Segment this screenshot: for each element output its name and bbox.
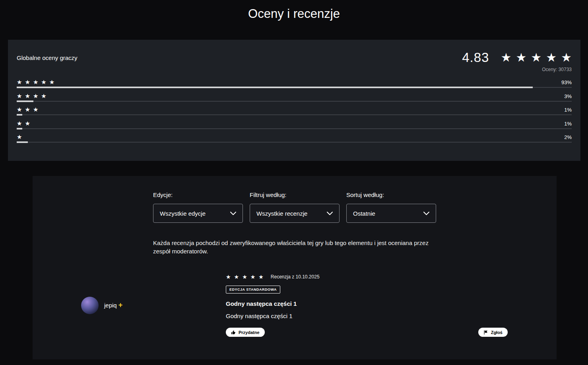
username: jepiq xyxy=(104,302,117,309)
rating-bar-fill xyxy=(17,114,22,116)
rating-bar xyxy=(17,142,572,143)
star-icon: ★ xyxy=(41,93,46,99)
chevron-down-icon xyxy=(423,212,429,215)
star-icon: ★ xyxy=(33,93,38,99)
rating-bar xyxy=(17,114,572,115)
ps-plus-icon: + xyxy=(118,301,123,309)
review-title: Godny następca części 1 xyxy=(226,300,508,307)
helpful-button-label: Przydatne xyxy=(239,330,260,335)
username-wrap: jepiq+ xyxy=(104,301,122,309)
filter-group-editions: Edycje: Wszystkie edycje xyxy=(153,191,243,223)
rating-percent: 93% xyxy=(561,79,572,85)
rating-bar xyxy=(17,101,572,102)
thumbs-up-icon xyxy=(231,330,236,335)
chevron-down-icon xyxy=(327,212,333,215)
filter-group-filter-by: Filtruj według: Wszystkie recenzje xyxy=(250,191,340,223)
editions-label: Edycje: xyxy=(153,191,243,198)
sort-by-dropdown-value: Ostatnie xyxy=(353,210,375,217)
star-icon: ★ xyxy=(17,120,22,127)
rating-row-stars: ★★ xyxy=(17,120,33,127)
rating-bar xyxy=(17,87,572,88)
sort-by-dropdown[interactable]: Ostatnie xyxy=(346,204,436,223)
review-date: Recenzja z 10.10.2025 xyxy=(271,274,320,280)
editions-dropdown[interactable]: Wszystkie edycje xyxy=(153,204,243,223)
star-icon: ★ xyxy=(17,133,22,140)
star-icon: ★ xyxy=(531,51,541,64)
flag-icon xyxy=(483,330,488,335)
rating-row-stars: ★★★★★ xyxy=(17,79,57,85)
star-icon: ★ xyxy=(25,79,30,85)
star-icon: ★ xyxy=(33,106,38,113)
editions-dropdown-value: Wszystkie edycje xyxy=(160,210,206,217)
rating-percent: 1% xyxy=(564,121,572,127)
star-icon: ★ xyxy=(242,274,247,280)
review-header: ★★★★★ Recenzja z 10.10.2025 xyxy=(226,274,508,280)
filter-group-sort-by: Sortuj według: Ostatnie xyxy=(346,191,436,223)
star-icon: ★ xyxy=(17,106,22,113)
rating-bar-fill xyxy=(17,141,28,143)
rating-row-5-stars: ★★★★★93% xyxy=(17,79,572,93)
report-button[interactable]: Zgłoś xyxy=(478,328,508,337)
star-icon: ★ xyxy=(49,79,54,85)
star-icon: ★ xyxy=(561,51,572,64)
reviews-panel: Edycje: Wszystkie edycje Filtruj według:… xyxy=(33,176,557,359)
star-icon: ★ xyxy=(33,79,38,85)
global-ratings-heading: Globalne oceny graczy xyxy=(17,54,78,61)
star-icon: ★ xyxy=(25,120,30,127)
report-button-label: Zgłoś xyxy=(491,330,503,335)
ratings-panel: Globalne oceny graczy 4.83 ★★★★★ Oceny: … xyxy=(8,40,580,161)
review-main: ★★★★★ Recenzja z 10.10.2025 EDYCJA STAND… xyxy=(226,274,508,337)
star-icon: ★ xyxy=(234,274,239,280)
rating-bar xyxy=(17,128,572,129)
review-user: jepiq+ xyxy=(81,274,226,337)
rating-percent: 3% xyxy=(564,93,572,99)
star-icon: ★ xyxy=(516,51,526,64)
ratings-count: Oceny: 30733 xyxy=(17,67,572,72)
avatar xyxy=(81,297,99,314)
edition-badge: EDYCJA STANDARDOWA xyxy=(226,286,280,294)
rating-bar-fill xyxy=(17,87,533,88)
star-icon: ★ xyxy=(258,274,264,280)
rating-bar-fill xyxy=(17,100,33,102)
filter-by-dropdown[interactable]: Wszystkie recenzje xyxy=(250,204,340,223)
star-icon: ★ xyxy=(226,274,231,280)
rating-row-stars: ★★★★ xyxy=(17,93,49,99)
review-actions: Przydatne Zgłoś xyxy=(226,328,508,337)
rating-row-stars: ★★★ xyxy=(17,106,41,113)
average-rating-value: 4.83 xyxy=(462,50,489,65)
rating-row-3-stars: ★★★1% xyxy=(17,106,572,120)
page-title: Oceny i recenzje xyxy=(0,0,588,22)
helpful-button[interactable]: Przydatne xyxy=(226,328,265,337)
rating-percent: 1% xyxy=(564,107,572,113)
rating-row-stars: ★ xyxy=(17,134,25,140)
rating-bar-fill xyxy=(17,128,22,129)
star-icon: ★ xyxy=(546,51,557,64)
star-icon: ★ xyxy=(25,106,30,113)
rating-percent: 2% xyxy=(564,134,572,140)
star-icon: ★ xyxy=(41,79,46,85)
star-icon: ★ xyxy=(17,93,22,99)
review-stars: ★★★★★ xyxy=(226,274,267,280)
filter-by-dropdown-value: Wszystkie recenzje xyxy=(256,210,307,217)
rating-row-4-stars: ★★★★3% xyxy=(17,93,572,107)
chevron-down-icon xyxy=(230,212,236,215)
rating-row-1-stars: ★2% xyxy=(17,134,572,148)
star-icon: ★ xyxy=(25,93,30,99)
star-icon: ★ xyxy=(17,79,22,85)
review-item: jepiq+ ★★★★★ Recenzja z 10.10.2025 EDYCJ… xyxy=(33,274,557,337)
rating-distribution: ★★★★★93%★★★★3%★★★1%★★1%★2% xyxy=(17,79,572,148)
average-rating-block: 4.83 ★★★★★ xyxy=(462,50,572,65)
star-icon: ★ xyxy=(250,274,256,280)
star-icon: ★ xyxy=(501,51,511,64)
average-stars: ★★★★★ xyxy=(496,52,572,64)
reviews-disclaimer: Każda recenzja pochodzi od zweryfikowane… xyxy=(153,239,433,255)
filters-row: Edycje: Wszystkie edycje Filtruj według:… xyxy=(153,191,557,223)
filter-by-label: Filtruj według: xyxy=(250,191,340,198)
rating-row-2-stars: ★★1% xyxy=(17,120,572,134)
review-body: Godny następca części 1 xyxy=(226,313,508,319)
sort-by-label: Sortuj według: xyxy=(346,191,436,198)
